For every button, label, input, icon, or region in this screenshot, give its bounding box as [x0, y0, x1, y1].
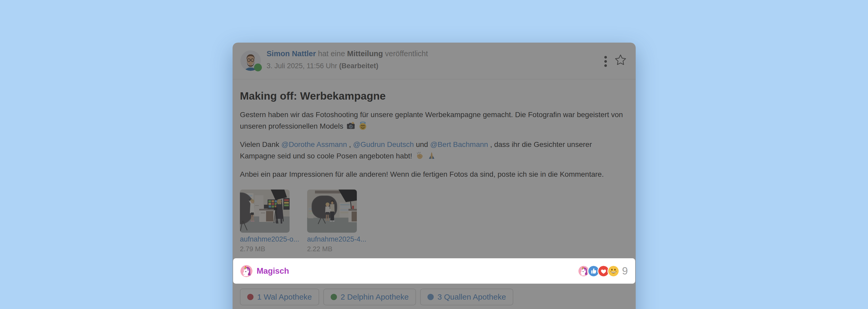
reaction-bar[interactable]: Magisch 9 — [233, 258, 635, 284]
unicorn-icon[interactable] — [240, 265, 252, 277]
reaction-count[interactable]: 9 — [622, 265, 628, 277]
selected-reaction-label[interactable]: Magisch — [257, 266, 289, 276]
post-card: Simon Nattler hat eine Mitteilung veröff… — [232, 43, 636, 309]
grinning-face-reaction-icon — [608, 265, 619, 277]
app-canvas: { "window": { "page_background": "#aed3f… — [0, 0, 868, 309]
reaction-summary[interactable] — [578, 265, 619, 277]
